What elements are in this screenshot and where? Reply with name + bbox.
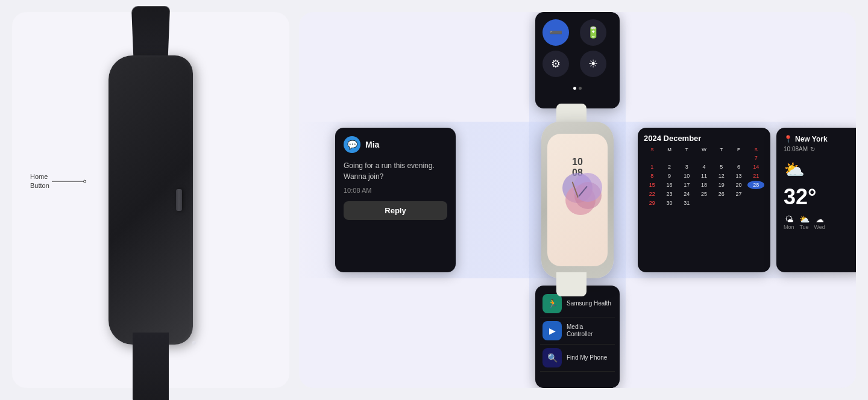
cal-empty-5 (713, 154, 730, 162)
qc-btn-brightness[interactable]: ☀ (580, 51, 606, 77)
center-strap-bottom (556, 272, 587, 296)
samsung-health-icon: 🏃 (542, 294, 562, 313)
qc-dots (535, 84, 620, 92)
watch-button-dot (192, 341, 196, 345)
watch-home-button[interactable] (176, 189, 182, 211)
weather-forecast: 🌤 Mon ⛅ Tue ☁ Wed (784, 214, 856, 230)
right-panel: ➖ 🔋 ⚙ ☀ 🏃 Samsung Health ▶ MediaControll… (299, 12, 856, 388)
qc-btn-battery[interactable]: 🔋 (580, 19, 606, 46)
cal-day-27: 27 (731, 190, 747, 198)
cal-empty-2 (661, 154, 678, 162)
message-sender-row: 💬 Mia (344, 136, 447, 153)
calendar-title: 2024 December (644, 134, 764, 143)
media-controller-icon: ▶ (542, 321, 562, 340)
cal-day-14: 14 (747, 163, 764, 171)
cal-day-26: 26 (713, 190, 730, 198)
screen-quick-controls: ➖ 🔋 ⚙ ☀ (535, 12, 620, 108)
find-my-phone-icon: 🔍 (542, 348, 562, 367)
screen-message: 💬 Mia Going for a run this evening. Wann… (335, 128, 456, 272)
cal-day-17: 17 (678, 181, 695, 189)
cal-day-12: 12 (713, 172, 730, 180)
cal-day-25: 25 (696, 190, 712, 198)
center-watch: 10 08 (535, 104, 620, 296)
cal-day-3: 3 (678, 163, 695, 171)
cal-empty-6 (731, 154, 747, 162)
forecast-mon-icon: 🌤 (784, 214, 794, 224)
forecast-mon: 🌤 Mon (784, 214, 794, 230)
screen-weather: 📍 New York 10:08AM ↻ ⛅ 32° 🌤 Mon ⛅ Tue (776, 128, 856, 272)
sender-name: Mia (365, 140, 379, 149)
forecast-tue-label: Tue (799, 224, 810, 230)
media-controller-label: MediaController (567, 323, 593, 338)
cal-day-22: 22 (644, 190, 661, 198)
quick-controls-grid: ➖ 🔋 ⚙ ☀ (535, 12, 620, 84)
cal-day-8: 8 (644, 172, 661, 180)
cal-day-15: 15 (644, 181, 661, 189)
cal-day-7: 7 (747, 154, 764, 162)
app-list: 🏃 Samsung Health ▶ MediaController 🔍 Fin… (535, 286, 620, 377)
forecast-tue-icon: ⛅ (799, 214, 810, 224)
cal-day-24: 24 (678, 190, 695, 198)
forecast-tue: ⛅ Tue (799, 214, 810, 230)
cal-day-28: 28 (747, 181, 764, 189)
cal-empty-end1 (747, 190, 764, 198)
weather-location: 📍 New York (784, 135, 856, 143)
screen-calendar: 2024 December S M T W T F S 7 1 2 (638, 128, 770, 272)
message-time: 10:08 AM (344, 187, 447, 194)
cal-day-10: 10 (678, 172, 695, 180)
left-panel: Home Button (12, 12, 289, 388)
qc-dot-1 (573, 87, 576, 90)
weather-icon-main: ⛅ (784, 160, 856, 180)
cal-day-31: 31 (678, 199, 695, 207)
forecast-mon-label: Mon (784, 224, 794, 230)
cal-day-21: 21 (747, 172, 764, 180)
samsung-health-label: Samsung Health (567, 300, 611, 307)
cal-header-t1: T (678, 146, 695, 153)
cal-header-m: M (661, 146, 678, 153)
qc-btn-settings[interactable]: ⚙ (542, 51, 569, 77)
home-button-label-group: Home Button (30, 172, 85, 190)
cal-day-20: 20 (731, 181, 747, 189)
center-watch-body: 10 08 (541, 122, 614, 278)
message-content: 💬 Mia Going for a run this evening. Wann… (335, 128, 456, 228)
cal-day-11: 11 (696, 172, 712, 180)
cal-day-2: 2 (661, 163, 678, 171)
cal-header-s1: S (644, 146, 661, 153)
clock-hour: 10 (572, 157, 583, 167)
weather-temperature: 32° (784, 184, 856, 210)
forecast-wed-label: Wed (814, 224, 825, 230)
cal-day-13: 13 (731, 172, 747, 180)
cal-day-6: 6 (731, 163, 747, 171)
cal-header-s2: S (747, 146, 764, 153)
center-watch-screen: 10 08 (547, 134, 608, 266)
cal-day-1: 1 (644, 163, 661, 171)
home-button-text: Home Button (30, 172, 49, 190)
cal-day-23: 23 (661, 190, 678, 198)
cal-day-29: 29 (644, 199, 661, 207)
app-item-media-controller[interactable]: ▶ MediaController (540, 317, 615, 345)
watch-body (108, 55, 193, 345)
cal-day-30: 30 (661, 199, 678, 207)
watch-side-image (90, 43, 211, 357)
cal-header-t2: T (713, 146, 730, 153)
cal-day-9: 9 (661, 172, 678, 180)
reply-button[interactable]: Reply (344, 201, 447, 220)
weather-content: 📍 New York 10:08AM ↻ ⛅ 32° 🌤 Mon ⛅ Tue (776, 128, 856, 237)
calendar-grid: S M T W T F S 7 1 2 3 4 5 (644, 146, 764, 207)
cal-empty-3 (678, 154, 695, 162)
watch-face: 10 08 (550, 140, 605, 260)
cal-header-f: F (731, 146, 747, 153)
qc-dot-2 (579, 87, 582, 90)
qc-btn-minus[interactable]: ➖ (542, 19, 569, 46)
screen-app-list: 🏃 Samsung Health ▶ MediaController 🔍 Fin… (535, 286, 620, 388)
app-item-find-my-phone[interactable]: 🔍 Find My Phone (540, 345, 615, 372)
sender-avatar: 💬 (344, 136, 360, 153)
cal-day-16: 16 (661, 181, 678, 189)
refresh-icon[interactable]: ↻ (810, 146, 815, 152)
cal-day-18: 18 (696, 181, 712, 189)
find-my-phone-label: Find My Phone (567, 354, 607, 361)
cal-empty-4 (696, 154, 712, 162)
weather-time: 10:08AM ↻ (784, 146, 856, 152)
watch-strap-bottom (133, 333, 169, 400)
cal-header-w: W (696, 146, 712, 153)
